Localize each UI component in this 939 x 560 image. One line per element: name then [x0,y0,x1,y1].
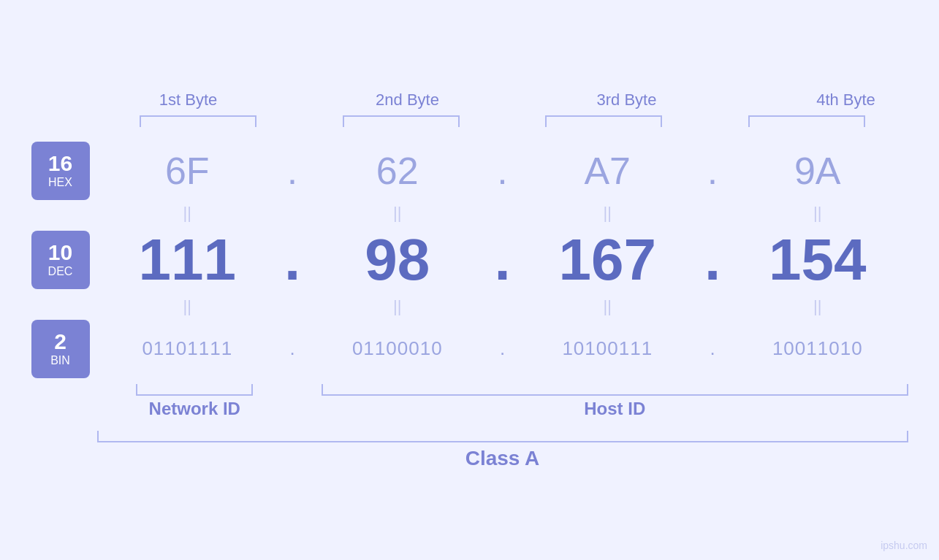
bin-base-number: 2 [54,331,66,353]
byte4-header: 4th Byte [737,91,940,110]
bin-dot2: . [488,337,517,360]
hex-b1: 6F [97,149,278,193]
bin-b1: 01101111 [97,337,278,360]
hex-dot1: . [278,149,307,193]
bottom-bracket-net [136,384,253,396]
dec-b1: 111 [97,226,278,294]
hex-dot2: . [488,149,517,193]
class-bracket [97,431,908,442]
dec-dot2: . [488,226,517,294]
top-bracket-3 [545,115,662,127]
class-section: Class A [97,431,908,470]
dec-dot1: . [278,226,307,294]
top-bracket-1 [140,115,256,127]
byte2-header: 2nd Byte [298,91,517,110]
bin-dot1: . [278,337,307,360]
dec-base-label: DEC [48,265,73,278]
hex-b2: 62 [307,149,488,193]
dec-badge: 10 DEC [31,231,90,289]
dec-dot3: . [698,226,727,294]
equals-1-b1: || [183,204,191,223]
hex-base-number: 16 [48,153,72,174]
equals-2-b4: || [813,297,821,316]
bin-base-label: BIN [50,354,70,367]
byte1-header: 1st Byte [79,91,298,110]
hex-b4: 9A [727,149,908,193]
dec-base-number: 10 [48,242,72,264]
equals-2-b3: || [604,297,612,316]
class-label: Class A [97,447,908,470]
bin-badge: 2 BIN [31,320,90,378]
dec-b3: 167 [517,226,699,294]
equals-1-b2: || [393,204,401,223]
hex-base-label: HEX [48,176,72,189]
hex-dot3: . [698,149,727,193]
bin-b3: 10100111 [517,337,699,360]
hex-b3: A7 [517,149,699,193]
equals-2-b1: || [183,297,191,316]
network-id-label: Network ID [97,399,293,419]
bin-b2: 01100010 [307,337,488,360]
equals-1-b3: || [604,204,612,223]
hex-badge: 16 HEX [31,142,90,200]
equals-1-b4: || [813,204,821,223]
dec-b4: 154 [727,226,908,294]
bin-dot3: . [698,337,727,360]
bin-b4: 10011010 [727,337,908,360]
top-bracket-4 [748,115,865,127]
byte3-header: 3rd Byte [517,91,737,110]
dec-b2: 98 [307,226,488,294]
top-bracket-2 [343,115,460,127]
equals-2-b2: || [393,297,401,316]
bottom-bracket-host [322,384,908,396]
host-id-label: Host ID [322,399,908,419]
watermark: ipshu.com [881,540,927,551]
